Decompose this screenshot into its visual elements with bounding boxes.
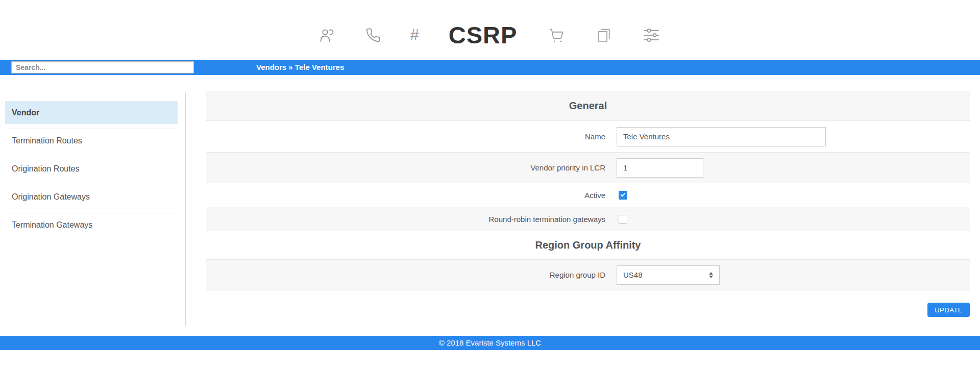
round-robin-checkbox[interactable]: [619, 215, 627, 224]
active-row: Active: [206, 183, 970, 207]
sidebar-nav: Vendor Termination Routes Origination Ro…: [5, 101, 178, 236]
name-field[interactable]: [617, 127, 826, 146]
name-row: Name: [206, 121, 970, 152]
sidebar-item-label: Vendor: [12, 108, 39, 117]
app-logo[interactable]: CSRP: [449, 23, 518, 47]
priority-field[interactable]: [617, 158, 703, 178]
update-button[interactable]: UPDATE: [927, 303, 970, 317]
nav-bar: Vendors » Tele Ventures: [0, 60, 980, 75]
users-icon[interactable]: [319, 28, 336, 43]
sidebar-item-origination-routes[interactable]: Origination Routes: [5, 157, 178, 180]
sidebar-item-label: Origination Routes: [12, 164, 80, 174]
general-section-heading: General: [206, 91, 970, 121]
region-group-value: US48: [623, 271, 643, 279]
round-robin-row: Round-robin termination gateways: [206, 207, 970, 231]
sidebar-item-vendor[interactable]: Vendor: [5, 101, 178, 124]
hash-icon[interactable]: #: [410, 27, 419, 43]
region-section-heading: Region Group Affinity: [206, 231, 970, 259]
phone-icon[interactable]: [365, 28, 381, 43]
copyright-text: © 2018 Evariste Systems LLC: [439, 338, 541, 347]
search-input[interactable]: [11, 61, 194, 73]
priority-row: Vendor priority in LCR: [206, 152, 970, 183]
round-robin-label: Round-robin termination gateways: [206, 215, 605, 224]
hash-glyph: #: [410, 27, 419, 43]
footer-bar: © 2018 Evariste Systems LLC: [0, 336, 980, 350]
sidebar-item-origination-gateways[interactable]: Origination Gateways: [5, 185, 178, 208]
region-group-row: Region group ID US48: [206, 259, 970, 290]
content-area: Vendor Termination Routes Origination Ro…: [0, 75, 980, 336]
sidebar-item-termination-gateways[interactable]: Termination Gateways: [5, 213, 178, 236]
sidebar-item-termination-routes[interactable]: Termination Routes: [5, 129, 178, 152]
region-group-select[interactable]: US48: [617, 265, 720, 285]
copy-icon[interactable]: [596, 27, 612, 43]
breadcrumb: Vendors » Tele Ventures: [256, 60, 344, 75]
sidebar-item-label: Termination Gateways: [12, 220, 92, 230]
sidebar-item-label: Origination Gateways: [12, 192, 90, 202]
active-checkbox[interactable]: [619, 191, 627, 200]
active-label: Active: [206, 191, 605, 200]
sidebar-item-label: Termination Routes: [12, 136, 82, 145]
sidebar-divider: [185, 92, 186, 326]
cart-icon[interactable]: [547, 27, 566, 44]
region-group-label: Region group ID: [206, 271, 605, 279]
select-arrows-icon: [709, 272, 713, 278]
name-label: Name: [206, 132, 605, 141]
app-header: # CSRP: [0, 0, 980, 60]
button-row: UPDATE: [206, 303, 970, 317]
priority-label: Vendor priority in LCR: [206, 163, 605, 172]
sliders-icon[interactable]: [642, 27, 661, 44]
vendor-form: General Name Vendor priority in LCR Acti…: [206, 91, 970, 317]
check-icon: [621, 191, 626, 197]
